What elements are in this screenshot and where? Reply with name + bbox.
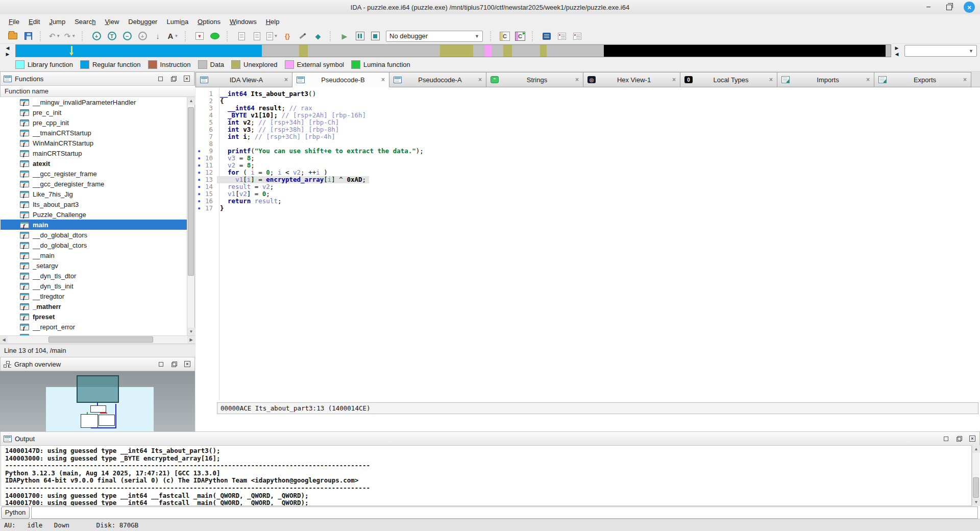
recent-scripts-icon[interactable]: ▼ (265, 30, 279, 43)
open-file-icon[interactable] (6, 30, 19, 43)
code-line[interactable]: ●9 printf("You can use shift+e to extrac… (195, 148, 980, 155)
function-row[interactable]: fpreset (1, 311, 187, 322)
close-icon[interactable]: × (964, 2, 975, 13)
script-command-icon[interactable] (250, 30, 263, 43)
function-row[interactable]: WinMainCRTStartup (1, 138, 187, 148)
function-row[interactable]: _matherr (1, 301, 187, 311)
quick-compile-icon[interactable]: C (498, 30, 511, 43)
close-tab-icon[interactable]: × (478, 76, 482, 83)
scrollbar-thumb[interactable] (48, 336, 153, 343)
scroll-up-icon[interactable]: ▲ (972, 445, 980, 453)
function-row[interactable]: __dyn_tls_init (1, 281, 187, 291)
float-panel-icon[interactable] (942, 435, 950, 442)
structures-icon[interactable]: {} (281, 30, 294, 43)
close-panel-icon[interactable]: × (183, 360, 191, 368)
breakpoint-marker-icon[interactable]: ▼ (193, 30, 206, 43)
scroll-right-icon[interactable]: ▶ (187, 336, 195, 344)
function-row[interactable]: main (1, 220, 187, 230)
menu-item-windows[interactable]: Windows (225, 16, 261, 28)
stop-process-icon[interactable] (369, 30, 382, 43)
run-script-icon[interactable]: C (513, 30, 527, 43)
scroll-down-icon[interactable]: ▼ (187, 328, 195, 335)
code-line[interactable]: 7 int i; // [rsp+3Ch] [rbp-4h] (195, 133, 980, 140)
function-row[interactable]: __gcc_deregister_frame (1, 179, 187, 189)
start-process-icon[interactable]: ▶ (338, 30, 351, 43)
title-bar[interactable]: IDA - puzzle.exe.i64 (puzzle.exe) /mnt/t… (0, 0, 980, 14)
maximize-icon[interactable] (943, 2, 954, 13)
minimize-icon[interactable]: − (923, 2, 934, 13)
menu-item-lumina[interactable]: Lumina (162, 16, 193, 28)
code-line[interactable]: 3 __int64 result; // rax (195, 105, 980, 112)
function-row[interactable]: Puzzle_Challenge (1, 209, 187, 220)
scroll-left-icon[interactable]: ◀ (0, 336, 8, 344)
close-panel-icon[interactable]: × (183, 75, 191, 82)
code-line[interactable]: ●13 v1[i] = encrypted_array[i] ^ 0xAD; (195, 176, 980, 183)
function-row[interactable]: __tmainCRTStartup (1, 128, 187, 138)
restore-panel-icon[interactable] (955, 435, 963, 442)
function-row[interactable]: Like_7his_Jig (1, 189, 187, 199)
menu-item-options[interactable]: Options (193, 16, 225, 28)
menu-item-edit[interactable]: Edit (24, 16, 44, 28)
code-line[interactable]: 4 _BYTE v1[10]; // [rsp+2Ah] [rbp-16h] (195, 112, 980, 119)
output-window-icon[interactable] (540, 30, 553, 43)
breakpoint-list-icon[interactable] (555, 30, 569, 43)
navigate-text-icon[interactable]: T (105, 30, 118, 43)
function-row[interactable] (1, 332, 187, 335)
pseudocode-view[interactable]: 1__int64 Its_about_part3()2{3 __int64 re… (195, 87, 980, 400)
chevron-down-icon[interactable]: ▼ (56, 34, 60, 38)
close-tab-icon[interactable]: × (381, 76, 385, 83)
function-list-vertical-scrollbar[interactable]: ▲ ▼ (187, 97, 194, 335)
menu-item-debugger[interactable]: Debugger (124, 16, 162, 28)
close-tab-icon[interactable]: × (963, 76, 967, 83)
jump-address-icon[interactable]: ↓ (151, 30, 164, 43)
tab-pseudocode-b[interactable]: Pseudocode-B× (292, 72, 389, 87)
close-tab-icon[interactable]: × (672, 76, 676, 83)
redo-icon[interactable]: ↷▼ (63, 30, 77, 43)
code-line[interactable]: ●15 v1[v2] = 0; (195, 190, 980, 198)
output-vertical-scrollbar[interactable]: ▲ ▼ (972, 445, 979, 506)
colors-icon[interactable]: ◆ (311, 30, 325, 43)
tab-exports[interactable]: Exports× (874, 72, 971, 87)
code-line[interactable]: ●14 result = v2; (195, 183, 980, 190)
lumina-pull-icon[interactable] (208, 30, 222, 43)
save-file-icon[interactable] (21, 30, 35, 43)
function-row[interactable]: __do_global_ctors (1, 240, 187, 250)
function-row[interactable]: __dyn_tls_dtor (1, 271, 187, 281)
function-row[interactable]: __do_global_dtors (1, 230, 187, 240)
chevron-down-icon[interactable]: ▼ (71, 34, 76, 38)
scroll-up-icon[interactable]: ▲ (187, 97, 195, 105)
function-row[interactable]: __tlregdtor (1, 291, 187, 301)
function-row[interactable]: Its_about_part3 (1, 199, 187, 209)
menu-item-view[interactable]: View (100, 16, 124, 28)
function-name-column-header[interactable]: Function name (0, 86, 195, 97)
code-line[interactable]: ●10 v3 = 8; (195, 155, 980, 162)
undo-icon[interactable]: ↶▼ (48, 30, 61, 43)
tab-ida-view-a[interactable]: IDA View-A× (195, 72, 292, 87)
function-row[interactable]: _setargv (1, 260, 187, 271)
code-line[interactable]: 6 int v3; // [rsp+38h] [rbp-8h] (195, 126, 980, 133)
band-scroll-left[interactable]: ◀▶ (4, 44, 11, 58)
code-line[interactable]: ●16 return result; (195, 198, 980, 205)
close-panel-icon[interactable]: × (968, 435, 976, 442)
close-tab-icon[interactable]: × (866, 76, 870, 83)
function-row[interactable]: pre_cpp_init (1, 117, 187, 128)
pause-process-icon[interactable] (353, 30, 366, 43)
chevron-down-icon[interactable]: ▼ (274, 34, 278, 38)
function-list-horizontal-scrollbar[interactable]: ◀ ▶ (0, 335, 195, 344)
close-tab-icon[interactable]: × (769, 76, 773, 83)
navigate-plus-icon[interactable]: + (90, 30, 103, 43)
navigation-band[interactable] (15, 44, 891, 57)
scroll-down-icon[interactable]: ▼ (972, 498, 980, 506)
function-row[interactable]: __mingw_invalidParameterHandler (1, 97, 187, 107)
chevron-down-icon[interactable]: ▼ (174, 34, 178, 38)
code-line[interactable]: ●11 v2 = 8; (195, 162, 980, 169)
code-line[interactable]: 1__int64 Its_about_part3() (195, 90, 980, 98)
menu-item-search[interactable]: Search (70, 16, 100, 28)
tab-strings[interactable]: "Strings× (486, 72, 583, 87)
navigate-minus-icon[interactable]: − (120, 30, 134, 43)
tab-imports[interactable]: Imports× (777, 72, 874, 87)
band-zoom-select[interactable]: ▼ (904, 45, 977, 57)
code-line[interactable]: 5 int v2; // [rsp+34h] [rbp-Ch] (195, 119, 980, 126)
float-panel-icon[interactable] (157, 360, 165, 368)
function-row[interactable]: mainCRTStartup (1, 148, 187, 158)
